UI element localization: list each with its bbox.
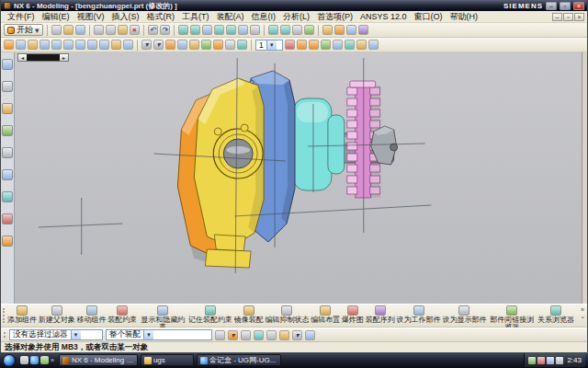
snap-point-icon[interactable] bbox=[225, 40, 235, 50]
minimize-button[interactable]: – bbox=[546, 2, 557, 10]
orient-view-icon[interactable] bbox=[238, 25, 248, 35]
deselect-arrow-icon[interactable] bbox=[266, 330, 277, 340]
toolbar-drag-handle[interactable] bbox=[3, 308, 6, 323]
pad-icon[interactable] bbox=[87, 40, 97, 50]
pan-icon[interactable] bbox=[214, 25, 224, 35]
menu-view[interactable]: 视图(V) bbox=[74, 11, 108, 23]
history-palette-icon[interactable] bbox=[2, 191, 13, 202]
web-browser-icon[interactable] bbox=[2, 169, 13, 180]
shaded-icon[interactable] bbox=[280, 25, 290, 35]
shaded-object-icon[interactable] bbox=[305, 330, 315, 340]
save-icon[interactable] bbox=[75, 25, 85, 35]
internet-explorer-icon[interactable] bbox=[30, 356, 39, 364]
bolt-hole[interactable] bbox=[214, 128, 221, 135]
part-navigator-icon[interactable] bbox=[2, 103, 13, 114]
child-minimize-button[interactable]: – bbox=[552, 13, 562, 21]
maximize-button[interactable]: ▫ bbox=[560, 2, 571, 10]
move-object-icon[interactable] bbox=[358, 25, 368, 35]
revolve-icon[interactable] bbox=[16, 40, 26, 50]
start-menu-button[interactable]: 开始 bbox=[4, 24, 43, 36]
reuse-library-icon[interactable] bbox=[2, 125, 13, 136]
constraint-navigator-icon[interactable] bbox=[2, 81, 13, 92]
new-file-icon[interactable] bbox=[51, 25, 62, 35]
move-component-button[interactable]: 移动组件 bbox=[77, 305, 107, 324]
create-new-parent-button[interactable]: 新建父对象 bbox=[39, 305, 75, 324]
exploded-views-button[interactable]: 爆炸图 bbox=[342, 305, 364, 324]
cylinder-icon[interactable] bbox=[40, 40, 50, 50]
menu-window[interactable]: 窗口(O) bbox=[411, 11, 447, 23]
block-icon[interactable] bbox=[28, 40, 38, 50]
delete-icon[interactable] bbox=[130, 25, 140, 35]
fit-view-icon[interactable] bbox=[190, 25, 200, 35]
immediate-hide-icon[interactable] bbox=[309, 40, 319, 50]
menu-assemblies[interactable]: 装配(A) bbox=[213, 11, 248, 23]
menu-edit[interactable]: 编辑(E) bbox=[39, 11, 74, 23]
zoom-icon[interactable] bbox=[202, 25, 212, 35]
toolbar-overflow-scrollbar[interactable]: ◂ ▸ bbox=[17, 53, 69, 62]
taskbar-clock[interactable]: 2:43 bbox=[567, 356, 582, 364]
show-hide-icon[interactable] bbox=[297, 40, 307, 50]
refresh-selection-icon[interactable] bbox=[254, 330, 264, 340]
snap-midpoint-icon[interactable] bbox=[177, 40, 187, 50]
cut-icon[interactable] bbox=[94, 25, 104, 35]
face-analysis-icon[interactable] bbox=[304, 25, 314, 35]
graphics-window[interactable]: ◂ ▸ bbox=[15, 52, 582, 304]
new-window-icon[interactable] bbox=[356, 40, 367, 50]
edit-arrangement-button[interactable]: 编辑布置 bbox=[311, 305, 340, 324]
scroll-right-icon[interactable]: ▸ bbox=[60, 54, 68, 61]
shaded-with-edges-icon[interactable] bbox=[268, 25, 278, 35]
snap-endpoint-icon[interactable] bbox=[165, 40, 175, 50]
shell-icon[interactable] bbox=[111, 40, 121, 50]
chevron-down-icon[interactable]: ▼ bbox=[143, 330, 153, 339]
hd3d-tools-icon[interactable] bbox=[2, 147, 13, 158]
extrude-icon[interactable] bbox=[4, 40, 14, 50]
menu-analysis[interactable]: 分析(L) bbox=[279, 11, 313, 23]
rotate-view-icon[interactable] bbox=[226, 25, 236, 35]
taskbar-item-ugs[interactable]: ugs bbox=[141, 354, 194, 366]
antivirus-icon[interactable] bbox=[537, 357, 545, 364]
thread-icon[interactable] bbox=[123, 40, 133, 50]
close-button[interactable]: × bbox=[573, 2, 584, 10]
previous-selection-icon[interactable] bbox=[241, 330, 251, 340]
quick-launch-overflow-icon[interactable]: » bbox=[51, 357, 54, 363]
copy-icon[interactable] bbox=[106, 25, 116, 35]
selection-filter-icon[interactable] bbox=[141, 40, 152, 50]
show-desktop-icon[interactable] bbox=[20, 356, 28, 364]
menu-file[interactable]: 文件(F) bbox=[4, 11, 39, 23]
messenger-icon[interactable] bbox=[528, 357, 536, 364]
toolbar-drag-handle[interactable] bbox=[4, 332, 6, 338]
datum-axis-horizontal-bg[interactable] bbox=[39, 224, 123, 227]
media-player-icon[interactable] bbox=[40, 356, 49, 364]
selection-filter-gear-icon[interactable] bbox=[215, 330, 225, 340]
set-display-part-button[interactable]: 设为显示部件 bbox=[442, 305, 486, 324]
chevron-down-icon[interactable]: ▼ bbox=[71, 330, 81, 339]
relations-browser-button[interactable]: 关系浏览器 bbox=[537, 305, 574, 324]
layer-select[interactable]: 1▼ bbox=[255, 40, 283, 51]
menu-ansys[interactable]: ANSYS 12.0 bbox=[356, 12, 411, 21]
selection-scope-dropdown[interactable]: 整个装配▼ bbox=[106, 329, 212, 340]
roles-palette-icon[interactable] bbox=[2, 236, 13, 247]
highlight-edit-icon[interactable] bbox=[279, 330, 289, 340]
bolt-hole[interactable] bbox=[241, 124, 248, 132]
volume-icon[interactable] bbox=[556, 357, 563, 364]
snap-center-icon[interactable] bbox=[201, 40, 211, 50]
snapshot-icon[interactable] bbox=[250, 25, 260, 35]
snap-intersection-icon[interactable] bbox=[189, 40, 199, 50]
datum-plane-icon[interactable] bbox=[322, 25, 333, 35]
toolbar-overflow-icon[interactable]: »⌄ bbox=[580, 306, 585, 319]
add-to-selection-icon[interactable] bbox=[228, 330, 238, 340]
scroll-thumb[interactable] bbox=[27, 54, 60, 61]
show-only-icon[interactable] bbox=[285, 40, 295, 50]
help-icon[interactable] bbox=[368, 40, 379, 50]
add-component-button[interactable]: 添加组件 bbox=[7, 305, 37, 324]
snap-tangent-icon[interactable] bbox=[237, 40, 247, 50]
wireframe-icon[interactable] bbox=[292, 25, 302, 35]
rectangle-lasso-icon[interactable] bbox=[292, 330, 302, 340]
interpart-link-icon[interactable] bbox=[333, 40, 343, 50]
scroll-left-icon[interactable]: ◂ bbox=[18, 54, 27, 61]
rib-icon[interactable] bbox=[99, 40, 109, 50]
taskbar-item-browser[interactable]: 金记盒 - UG网-UG... bbox=[197, 354, 281, 366]
start-button[interactable] bbox=[3, 354, 16, 367]
measure-distance-icon[interactable] bbox=[346, 25, 356, 35]
set-work-part-button[interactable]: 设为工作部件 bbox=[397, 305, 441, 324]
